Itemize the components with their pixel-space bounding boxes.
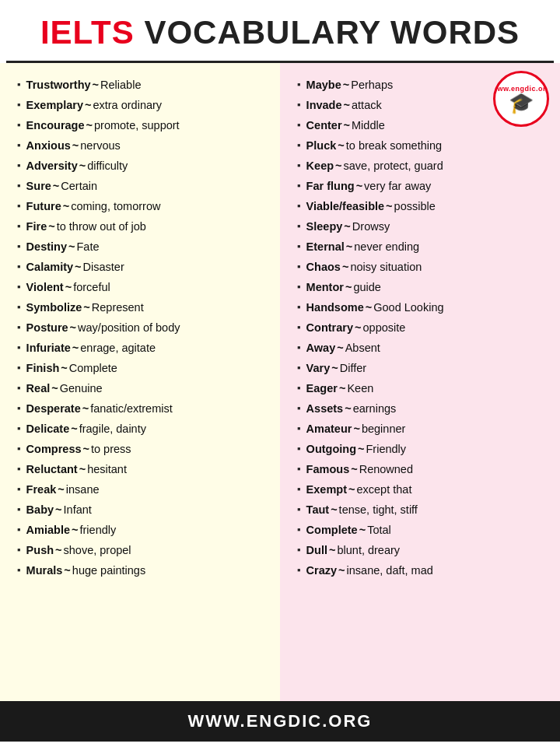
word: Baby <box>26 502 54 518</box>
list-item: Mentor ~ guide <box>297 279 552 296</box>
list-item: Freak ~ insane <box>17 482 272 498</box>
word: Assets <box>306 401 344 417</box>
word: Sure <box>26 178 51 195</box>
definition: Complete <box>69 360 117 377</box>
list-item: Exempt ~ except that <box>297 482 552 498</box>
word: Far flung <box>306 178 355 195</box>
word: Symbolize <box>26 300 82 316</box>
word: Complete <box>306 522 358 538</box>
list-item: Exemplary ~ extra ordinary <box>17 97 272 114</box>
word: Calamity <box>26 259 73 275</box>
list-item: Encourage ~ promote, support <box>17 117 272 134</box>
definition: huge paintings <box>72 563 145 579</box>
word: Eternal <box>306 239 345 255</box>
list-item: Handsome ~ Good Looking <box>297 300 552 316</box>
definition: earnings <box>353 401 397 417</box>
word: Trustworthy <box>26 77 91 93</box>
content-area: Trustworthy ~ ReliableExemplary ~ extra … <box>0 63 560 701</box>
word: Handsome <box>306 300 364 316</box>
word: Posture <box>26 320 68 336</box>
definition: promote, support <box>94 117 180 134</box>
list-item: Sure ~ Certain <box>17 178 272 195</box>
definition: friendly <box>80 522 117 538</box>
definition: nervous <box>80 138 121 154</box>
logo-circle: www.engdic.org 🎓 <box>493 71 549 127</box>
left-column: Trustworthy ~ ReliableExemplary ~ extra … <box>0 63 280 701</box>
list-item: Amateur ~ beginner <box>297 421 552 437</box>
word: Future <box>26 198 61 215</box>
word: Crazy <box>306 563 338 579</box>
definition: save, protect, guard <box>344 158 443 174</box>
graduation-cap-icon: 🎓 <box>509 93 534 113</box>
definition: beginner <box>362 421 405 437</box>
list-item: Infuriate ~ enrage, agitate <box>17 340 272 356</box>
definition: tense, tight, stiff <box>339 502 418 518</box>
list-item: Symbolize ~ Represent <box>17 300 272 316</box>
word: Violent <box>26 279 64 296</box>
list-item: Baby ~ Infant <box>17 502 272 518</box>
list-item: Trustworthy ~ Reliable <box>17 77 272 93</box>
word: Mentor <box>306 279 344 296</box>
word: Fire <box>26 219 47 235</box>
list-item: Pluck ~ to break something <box>297 138 552 154</box>
list-item: Vary ~ Differ <box>297 360 552 377</box>
definition: Perhaps <box>351 77 393 93</box>
word: Freak <box>26 482 57 498</box>
list-item: Fire ~ to throw out of job <box>17 219 272 235</box>
list-item: Crazy ~ insane, daft, mad <box>297 563 552 579</box>
word: Anxious <box>26 138 71 154</box>
definition: Renowned <box>359 461 413 478</box>
word: Finish <box>26 360 60 377</box>
definition: Fate <box>76 239 99 255</box>
definition: coming, tomorrow <box>71 198 160 215</box>
list-item: Amiable ~ friendly <box>17 522 272 538</box>
word: Keep <box>306 158 334 174</box>
list-item: Eternal ~ never ending <box>297 239 552 255</box>
list-item: Sleepy ~ Drowsy <box>297 219 552 235</box>
word: Amiable <box>26 522 70 538</box>
word: Outgoing <box>306 441 356 458</box>
word: Reluctant <box>26 461 78 478</box>
word: Eager <box>306 381 338 397</box>
vocab-label: VOCABULARY WORDS <box>135 14 520 51</box>
list-item: Keep ~ save, protect, guard <box>297 158 552 174</box>
definition: Friendly <box>366 441 407 458</box>
list-item: Delicate ~ fragile, dainty <box>17 421 272 437</box>
definition: shove, propel <box>64 542 131 559</box>
left-word-list: Trustworthy ~ ReliableExemplary ~ extra … <box>17 77 272 579</box>
definition: noisy situation <box>350 259 422 275</box>
word: Invade <box>306 97 342 114</box>
list-item: Contrary ~ opposite <box>297 320 552 336</box>
list-item: Reluctant ~ hesitant <box>17 461 272 478</box>
word: Real <box>26 381 51 397</box>
list-item: Far flung ~ very far away <box>297 178 552 195</box>
definition: except that <box>356 482 411 498</box>
definition: hesitant <box>87 461 127 478</box>
footer-text: WWW.ENGDIC.ORG <box>188 711 373 731</box>
definition: guide <box>353 279 380 296</box>
list-item: Posture ~ way/position of body <box>17 320 272 336</box>
word: Push <box>26 542 54 559</box>
word: Pluck <box>306 138 337 154</box>
word: Maybe <box>306 77 341 93</box>
definition: Genuine <box>60 381 103 397</box>
definition: insane <box>66 482 100 498</box>
definition: Drowsy <box>352 219 390 235</box>
list-item: Violent ~ forceful <box>17 279 272 296</box>
definition: forceful <box>73 279 110 296</box>
word: Contrary <box>306 320 353 336</box>
definition: Certain <box>61 178 97 195</box>
definition: Absent <box>345 340 380 356</box>
definition: possible <box>394 198 436 215</box>
word: Destiny <box>26 239 67 255</box>
word: Exemplary <box>26 97 83 114</box>
word: Famous <box>306 461 350 478</box>
list-item: Future ~ coming, tomorrow <box>17 198 272 215</box>
definition: Keen <box>347 381 373 397</box>
logo: www.engdic.org 🎓 <box>493 71 549 127</box>
list-item: Outgoing ~ Friendly <box>297 441 552 458</box>
definition: way/position of body <box>78 320 180 336</box>
definition: Infant <box>64 502 92 518</box>
definition: Disaster <box>83 259 124 275</box>
definition: Middle <box>352 117 385 134</box>
